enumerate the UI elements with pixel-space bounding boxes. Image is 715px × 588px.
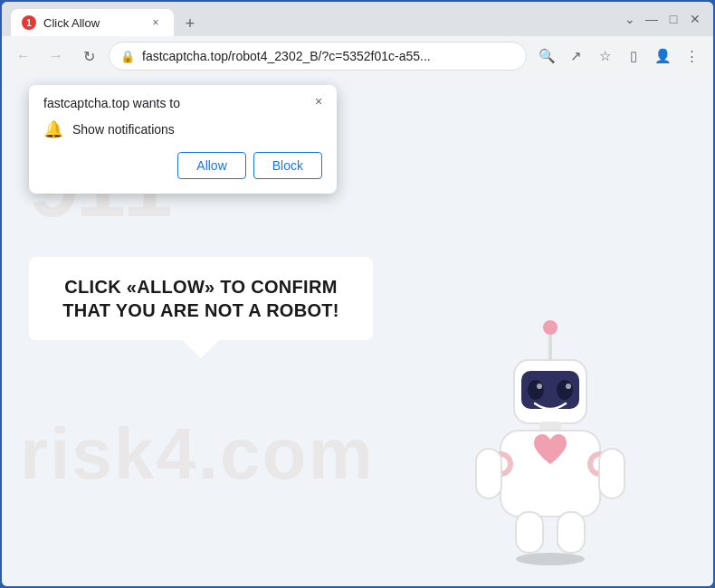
reload-button[interactable]: ↻ — [76, 43, 101, 69]
svg-point-7 — [557, 380, 573, 400]
forward-button[interactable]: → — [43, 43, 69, 69]
popup-close-button[interactable]: × — [310, 92, 328, 110]
close-window-button[interactable]: ✕ — [690, 14, 701, 24]
url-text: fastcaptcha.top/robot4_2302_B/?c=5352f01… — [142, 49, 515, 63]
bubble-message: CLICK «ALLOW» TO CONFIRM THAT YOU ARE NO… — [51, 275, 351, 322]
toolbar-icons: 🔍 ↗ ☆ ▯ 👤 ⋮ — [534, 43, 704, 69]
browser-window: 1 Click Allow × + ⌄ — □ ✕ ← → ↻ 🔒 fastca… — [0, 0, 715, 588]
address-bar[interactable]: 🔒 fastcaptcha.top/robot4_2302_B/?c=5352f… — [109, 42, 527, 71]
search-icon[interactable]: 🔍 — [534, 43, 559, 69]
permission-text: Show notifications — [72, 122, 175, 137]
block-button[interactable]: Block — [253, 152, 322, 179]
window-controls: ⌄ — □ ✕ — [624, 14, 704, 24]
new-tab-button[interactable]: + — [177, 11, 203, 36]
svg-point-9 — [566, 384, 571, 389]
popup-permission-row: 🔔 Show notifications — [43, 119, 322, 139]
svg-point-6 — [528, 380, 544, 400]
tab-area: 1 Click Allow × + — [11, 2, 617, 36]
popup-buttons: Allow Block — [43, 152, 322, 179]
svg-text:risk4.com: risk4.com — [20, 413, 375, 494]
title-bar: 1 Click Allow × + ⌄ — □ ✕ — [2, 2, 713, 36]
svg-rect-17 — [599, 449, 624, 498]
svg-point-3 — [543, 320, 558, 335]
lock-icon: 🔒 — [120, 50, 135, 63]
svg-rect-19 — [558, 512, 585, 553]
tab-favicon: 1 — [22, 15, 36, 30]
menu-icon[interactable]: ⋮ — [679, 43, 704, 69]
notification-popup: × fastcaptcha.top wants to 🔔 Show notifi… — [29, 85, 337, 194]
chevron-down-icon[interactable]: ⌄ — [624, 14, 635, 24]
popup-site-text: fastcaptcha.top wants to — [43, 96, 322, 110]
tab-title: Click Allow — [43, 16, 141, 30]
allow-button[interactable]: Allow — [177, 152, 245, 179]
speech-bubble: CLICK «ALLOW» TO CONFIRM THAT YOU ARE NO… — [29, 257, 373, 340]
tab-close-button[interactable]: × — [148, 15, 163, 30]
profile-icon[interactable]: 👤 — [650, 43, 675, 69]
svg-point-8 — [537, 384, 542, 389]
split-view-icon[interactable]: ▯ — [621, 43, 646, 69]
back-button[interactable]: ← — [11, 43, 36, 69]
content-area: 911 risk4.com × fastcaptcha.top wants to… — [2, 76, 713, 586]
toolbar: ← → ↻ 🔒 fastcaptcha.top/robot4_2302_B/?c… — [2, 36, 713, 76]
share-icon[interactable]: ↗ — [563, 43, 588, 69]
minimize-button[interactable]: — — [646, 14, 657, 24]
restore-button[interactable]: □ — [668, 14, 679, 24]
svg-rect-18 — [516, 512, 543, 553]
robot-illustration — [460, 315, 641, 568]
svg-point-20 — [516, 553, 585, 565]
bookmark-icon[interactable]: ☆ — [592, 43, 617, 69]
svg-rect-16 — [476, 449, 501, 498]
active-tab[interactable]: 1 Click Allow × — [11, 9, 174, 36]
bell-icon: 🔔 — [43, 119, 63, 139]
